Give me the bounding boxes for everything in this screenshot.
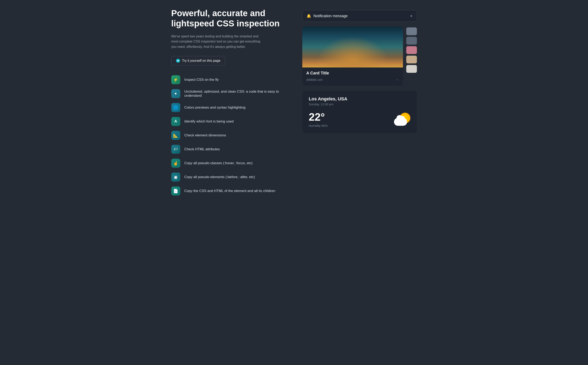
- try-button[interactable]: Try it yourself on this page: [171, 56, 225, 65]
- swatch-5: [406, 65, 417, 73]
- svg-point-0: [178, 60, 179, 61]
- swatch-3: [406, 46, 417, 54]
- subtitle: We've spent two years testing and buildi…: [171, 34, 265, 49]
- weather-card: Los Angeles, USA Sunday, 11:00 pm 22° Hu…: [302, 91, 417, 133]
- feature-item-font: A Identify which font is being used: [171, 117, 286, 126]
- card-image-inner: [302, 27, 403, 68]
- feature-item-colors: 🌐 Colors previews and syntax highlightin…: [171, 103, 286, 112]
- notification-bar: 🔔 Notification message ✕: [302, 10, 417, 22]
- feature-label: Uncluttered, optimized, and clean CSS: a…: [184, 90, 286, 98]
- notification-content: 🔔 Notification message: [307, 14, 348, 18]
- feature-label: Check element dimensions: [184, 133, 226, 137]
- weather-humidity: Humidity 66%: [309, 124, 328, 127]
- cursor-icon: ☝: [171, 159, 180, 168]
- notification-text: Notification message: [314, 14, 348, 18]
- weather-city: Los Angeles, USA: [309, 96, 410, 102]
- document-icon: 📄: [171, 187, 180, 196]
- feature-label: Inspect CSS on the fly: [184, 78, 219, 82]
- feature-item-dimensions: 📐 Check element dimensions: [171, 131, 286, 140]
- weather-time: Sunday, 11:00 pm: [309, 102, 410, 106]
- weather-info: 22° Humidity 66%: [309, 111, 328, 127]
- eye-icon: [176, 59, 180, 63]
- page-container: Powerful, accurate and lightspeed CSS in…: [171, 8, 417, 196]
- close-button[interactable]: ✕: [410, 14, 413, 18]
- wand-icon: ✦: [171, 89, 180, 98]
- card-title: A Card Title: [306, 71, 399, 76]
- ruler-icon: 📐: [171, 131, 180, 140]
- card-link[interactable]: dribbble.com: [306, 78, 323, 81]
- weather-main: 22° Humidity 66%: [309, 111, 410, 127]
- font-icon: A: [171, 117, 180, 126]
- lightning-icon: ⚡: [171, 75, 180, 84]
- tag-icon: 🏷: [171, 145, 180, 154]
- palette-icon: 🌐: [171, 103, 180, 112]
- card-section: A Card Title dribbble.com →: [302, 27, 417, 86]
- left-column: Powerful, accurate and lightspeed CSS in…: [171, 8, 286, 196]
- cloud-icon: [394, 118, 407, 126]
- card-image: [302, 27, 403, 68]
- bell-icon: 🔔: [307, 14, 311, 18]
- right-column: 🔔 Notification message ✕ A Card Title dr…: [302, 8, 417, 133]
- color-swatches: [406, 27, 417, 73]
- feature-label: Colors previews and syntax highlighting: [184, 105, 246, 110]
- weather-temperature: 22°: [309, 111, 328, 123]
- feature-item-pseudo-elements: ▣ Copy all pseudo-elements (:before, :af…: [171, 173, 286, 182]
- swatch-4: [406, 56, 417, 63]
- feature-item-copy-all: 📄 Copy the CSS and HTML of the element a…: [171, 187, 286, 196]
- swatch-2: [406, 37, 417, 45]
- feature-item-clean-css: ✦ Uncluttered, optimized, and clean CSS:…: [171, 89, 286, 98]
- feature-label: Identify which font is being used: [184, 119, 234, 124]
- swatch-1: [406, 28, 417, 35]
- feature-label: Check HTML attributes: [184, 147, 220, 151]
- card-body: A Card Title dribbble.com →: [302, 68, 403, 86]
- feature-label: Copy all pseudo-elements (:before, :afte…: [184, 175, 255, 179]
- feature-label: Copy the CSS and HTML of the element and…: [184, 189, 275, 193]
- copy-icon: ▣: [171, 173, 180, 182]
- feature-item-pseudo-classes: ☝ Copy all pseudo-classes (:hover, :focu…: [171, 159, 286, 168]
- feature-item-inspect-css: ⚡ Inspect CSS on the fly: [171, 75, 286, 84]
- main-title: Powerful, accurate and lightspeed CSS in…: [171, 8, 286, 29]
- weather-icon: [394, 113, 410, 126]
- card-footer: dribbble.com →: [306, 78, 399, 82]
- card: A Card Title dribbble.com →: [302, 27, 403, 86]
- feature-list: ⚡ Inspect CSS on the fly ✦ Uncluttered, …: [171, 75, 286, 196]
- feature-label: Copy all pseudo-classes (:hover, :focus,…: [184, 161, 253, 165]
- feature-item-html-attr: 🏷 Check HTML attributes: [171, 145, 286, 154]
- card-arrow-icon: →: [396, 78, 399, 82]
